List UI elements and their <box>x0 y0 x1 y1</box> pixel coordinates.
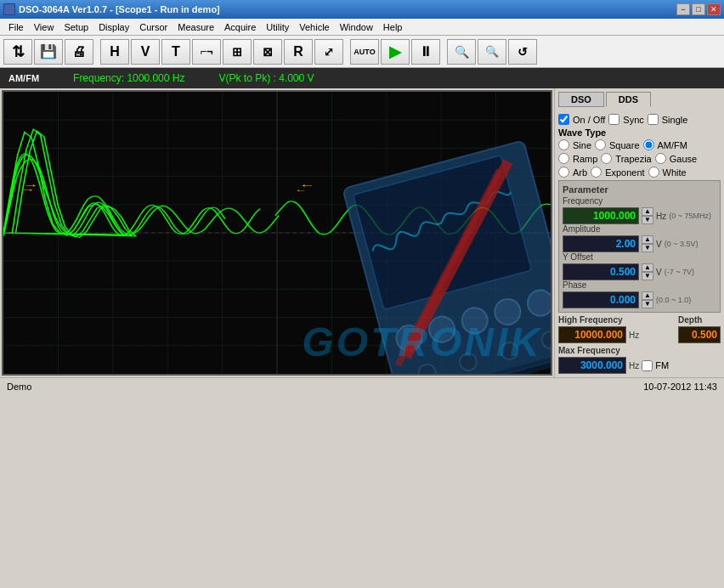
close-button[interactable]: ✕ <box>707 3 721 15</box>
yoffset-input[interactable] <box>563 263 639 280</box>
onoff-label: On / Off <box>573 115 605 125</box>
maxfreq-group: Max Frequency Hz FM <box>558 346 721 374</box>
tab-dds[interactable]: DDS <box>606 92 651 107</box>
amp-input[interactable] <box>563 235 639 252</box>
title-left: DSO-3064A Ver1.0.7 - [Scope1 - Run in de… <box>3 3 220 15</box>
save-button[interactable]: 💾 <box>34 39 63 65</box>
phase-spin-up[interactable]: ▲ <box>642 291 653 300</box>
radio-arb[interactable] <box>558 167 569 178</box>
menu-file[interactable]: File <box>3 21 29 33</box>
maximize-button[interactable]: □ <box>692 3 705 15</box>
radio-ramp[interactable] <box>558 153 569 164</box>
highfreq-group: High Frequency Hz <box>558 315 673 343</box>
fm-checkbox[interactable] <box>642 360 653 371</box>
cross-button[interactable]: ⊠ <box>253 39 282 65</box>
depth-input[interactable] <box>678 326 721 343</box>
radio-sine[interactable] <box>558 139 569 150</box>
onoff-checkbox[interactable] <box>558 114 569 125</box>
phase-spin: ▲ ▼ <box>642 291 653 308</box>
menu-vehicle[interactable]: Vehicle <box>294 21 334 33</box>
highfreq-depth-section: High Frequency Hz Depth <box>558 315 721 343</box>
wave-type-title: Wave Type <box>558 127 721 138</box>
t-button[interactable]: T <box>161 39 190 65</box>
menu-window[interactable]: Window <box>335 21 378 33</box>
open-button[interactable]: ⇅ <box>3 39 32 65</box>
radio-exponent[interactable] <box>591 167 602 178</box>
radio-amfm[interactable] <box>643 139 654 150</box>
label-sine: Sine <box>573 140 591 150</box>
freq-spin-up[interactable]: ▲ <box>642 207 653 216</box>
title-controls[interactable]: − □ ✕ <box>676 3 721 15</box>
single-checkbox[interactable] <box>648 114 659 125</box>
reset-button[interactable]: ↺ <box>508 39 537 65</box>
menu-display[interactable]: Display <box>93 21 134 33</box>
phase-range: (0.0 ~ 1.0) <box>656 296 691 304</box>
freq-input[interactable] <box>563 207 639 224</box>
menu-help[interactable]: Help <box>378 21 408 33</box>
r-button[interactable]: R <box>284 39 313 65</box>
radio-white[interactable] <box>648 167 659 178</box>
depth-label: Depth <box>678 315 721 325</box>
radio-square[interactable] <box>595 139 606 150</box>
app-icon <box>3 3 15 15</box>
maxfreq-input[interactable] <box>558 357 626 374</box>
yoffset-spin-down[interactable]: ▼ <box>642 272 653 280</box>
label-exponent: Exponent <box>605 167 644 178</box>
menu-measure[interactable]: Measure <box>173 21 219 33</box>
wave-row-3: Arb Exponent White <box>558 167 721 178</box>
radio-gause[interactable] <box>655 153 666 164</box>
print-button[interactable]: 🖨 <box>65 39 93 65</box>
amp-unit: V <box>656 240 662 249</box>
pause-button[interactable]: ⏸ <box>411 39 440 65</box>
highfreq-input[interactable] <box>558 326 626 343</box>
label-amfm: AM/FM <box>658 140 687 150</box>
phase-input[interactable] <box>563 291 639 308</box>
amp-label: Amplitude <box>563 224 716 234</box>
fm-label: FM <box>655 360 669 370</box>
menu-utility[interactable]: Utility <box>261 21 294 33</box>
amp-spin-up[interactable]: ▲ <box>642 235 653 244</box>
v-button[interactable]: V <box>131 39 160 65</box>
dds-panel: On / Off Sync Single Wave Type Sine Squa… <box>558 114 721 374</box>
signal-type-label: AM/FM <box>8 73 39 83</box>
yoffset-unit: V <box>656 268 662 277</box>
parameter-group: Parameter Frequency ▲ ▼ Hz (0 ~ 75MHz) A… <box>558 180 721 313</box>
svg-text:←: ← <box>299 179 315 190</box>
h-button[interactable]: H <box>100 39 129 65</box>
phase-spin-down[interactable]: ▼ <box>642 300 653 308</box>
maxfreq-label: Max Frequency <box>558 346 721 355</box>
panel-tabs: DSO DDS <box>558 92 721 107</box>
cursor-button[interactable]: ⤢ <box>314 39 343 65</box>
menu-bar: File View Setup Display Cursor Measure A… <box>0 19 724 36</box>
label-trapezia: Trapezia <box>615 154 651 164</box>
label-ramp: Ramp <box>573 154 597 164</box>
zoom-out-button[interactable]: 🔍 <box>478 39 506 65</box>
menu-cursor[interactable]: Cursor <box>134 21 173 33</box>
voltage-display: V(Pk to Pk) : 4.000 V <box>218 72 314 84</box>
menu-acquire[interactable]: Acquire <box>219 21 261 33</box>
trigger-button[interactable]: ⌐¬ <box>192 39 221 65</box>
wave-row-2: Ramp Trapezia Gause <box>558 153 721 164</box>
radio-trapezia[interactable] <box>601 153 612 164</box>
depth-input-row <box>678 326 721 343</box>
right-panel: DSO DDS On / Off Sync Single Wave Type S… <box>554 88 724 377</box>
menu-setup[interactable]: Setup <box>59 21 93 33</box>
freq-spin-down[interactable]: ▼ <box>642 216 653 224</box>
grid-button[interactable]: ⊞ <box>223 39 252 65</box>
minimize-button[interactable]: − <box>676 3 690 15</box>
status-left: Demo <box>7 382 31 392</box>
content-area: → → ← → ← <box>0 88 724 377</box>
sync-checkbox[interactable] <box>608 114 619 125</box>
frequency-display: Frequency: 1000.000 Hz <box>73 72 184 84</box>
auto-button[interactable]: AUTO <box>350 39 379 65</box>
maxfreq-input-row: Hz FM <box>558 357 721 374</box>
amp-spin-down[interactable]: ▼ <box>642 244 653 252</box>
label-gause: Gause <box>670 154 697 164</box>
run-button[interactable]: ▶ <box>381 39 410 65</box>
yoffset-spin-up[interactable]: ▲ <box>642 263 653 272</box>
onoff-row: On / Off Sync Single <box>558 114 721 125</box>
menu-view[interactable]: View <box>29 21 59 33</box>
zoom-in-button[interactable]: 🔍 <box>447 39 476 65</box>
tab-dso[interactable]: DSO <box>558 92 604 107</box>
status-bar: Demo 10-07-2012 11:43 <box>0 377 724 394</box>
